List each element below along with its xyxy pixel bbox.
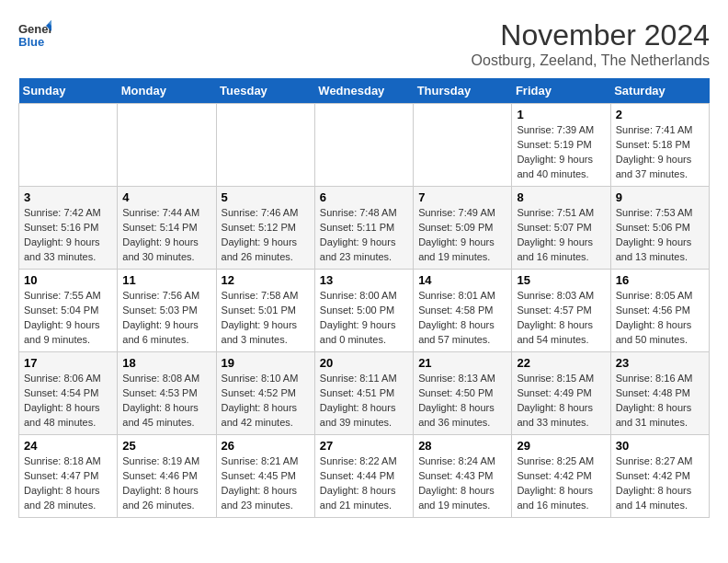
day-number: 13	[320, 273, 408, 287]
calendar-day-cell: 8Sunrise: 7:51 AM Sunset: 5:07 PM Daylig…	[512, 187, 610, 270]
page-title: November 2024	[472, 18, 710, 52]
day-number: 7	[418, 190, 506, 204]
day-number: 25	[122, 439, 210, 453]
day-number: 19	[222, 356, 310, 370]
logo: General Blue	[18, 18, 51, 52]
day-number: 2	[616, 108, 704, 121]
calendar-day-cell: 28Sunrise: 8:24 AM Sunset: 4:43 PM Dayli…	[414, 435, 512, 518]
day-info: Sunrise: 8:01 AM Sunset: 4:58 PM Dayligh…	[418, 289, 506, 348]
day-number: 17	[24, 356, 112, 370]
calendar-day-cell: 27Sunrise: 8:22 AM Sunset: 4:44 PM Dayli…	[314, 435, 413, 518]
day-info: Sunrise: 7:39 AM Sunset: 5:19 PM Dayligh…	[517, 123, 605, 182]
day-info: Sunrise: 8:22 AM Sunset: 4:44 PM Dayligh…	[320, 454, 408, 513]
calendar-day-cell: 18Sunrise: 8:08 AM Sunset: 4:53 PM Dayli…	[118, 352, 216, 435]
calendar-week-row: 17Sunrise: 8:06 AM Sunset: 4:54 PM Dayli…	[19, 352, 710, 435]
day-number: 1	[517, 108, 605, 121]
logo-icon: General Blue	[18, 18, 51, 52]
day-info: Sunrise: 7:51 AM Sunset: 5:07 PM Dayligh…	[517, 206, 605, 265]
day-number: 18	[122, 356, 210, 370]
calendar-day-cell	[118, 104, 216, 187]
day-number: 24	[24, 439, 112, 453]
day-info: Sunrise: 7:49 AM Sunset: 5:09 PM Dayligh…	[418, 206, 506, 265]
calendar-day-cell: 23Sunrise: 8:16 AM Sunset: 4:48 PM Dayli…	[610, 352, 709, 435]
calendar-day-cell: 6Sunrise: 7:48 AM Sunset: 5:11 PM Daylig…	[314, 187, 413, 270]
day-number: 27	[320, 439, 408, 453]
day-info: Sunrise: 8:24 AM Sunset: 4:43 PM Dayligh…	[418, 454, 506, 513]
calendar-day-cell: 30Sunrise: 8:27 AM Sunset: 4:42 PM Dayli…	[610, 435, 709, 518]
calendar-day-cell: 7Sunrise: 7:49 AM Sunset: 5:09 PM Daylig…	[414, 187, 512, 270]
calendar-week-row: 10Sunrise: 7:55 AM Sunset: 5:04 PM Dayli…	[19, 270, 710, 352]
day-number: 26	[222, 439, 310, 453]
day-number: 15	[517, 273, 605, 287]
day-number: 28	[418, 439, 506, 453]
calendar-day-cell: 29Sunrise: 8:25 AM Sunset: 4:42 PM Dayli…	[512, 435, 610, 518]
calendar-weekday-header: Thursday	[414, 78, 512, 104]
calendar-day-cell: 13Sunrise: 8:00 AM Sunset: 5:00 PM Dayli…	[314, 270, 413, 352]
calendar-weekday-header: Tuesday	[216, 78, 314, 104]
day-number: 9	[616, 190, 704, 204]
day-number: 23	[616, 356, 704, 370]
calendar-day-cell	[19, 104, 118, 187]
day-info: Sunrise: 7:56 AM Sunset: 5:03 PM Dayligh…	[122, 289, 210, 348]
svg-text:Blue: Blue	[18, 35, 44, 49]
day-info: Sunrise: 7:44 AM Sunset: 5:14 PM Dayligh…	[122, 206, 210, 265]
day-number: 21	[418, 356, 506, 370]
day-number: 16	[616, 273, 704, 287]
calendar-day-cell: 19Sunrise: 8:10 AM Sunset: 4:52 PM Dayli…	[216, 352, 314, 435]
calendar-weekday-header: Sunday	[19, 78, 118, 104]
calendar-day-cell: 11Sunrise: 7:56 AM Sunset: 5:03 PM Dayli…	[118, 270, 216, 352]
day-info: Sunrise: 8:00 AM Sunset: 5:00 PM Dayligh…	[320, 289, 408, 348]
calendar-day-cell: 9Sunrise: 7:53 AM Sunset: 5:06 PM Daylig…	[610, 187, 709, 270]
day-info: Sunrise: 8:10 AM Sunset: 4:52 PM Dayligh…	[222, 372, 310, 431]
day-info: Sunrise: 8:16 AM Sunset: 4:48 PM Dayligh…	[616, 372, 704, 431]
calendar-day-cell: 24Sunrise: 8:18 AM Sunset: 4:47 PM Dayli…	[19, 435, 118, 518]
day-info: Sunrise: 7:41 AM Sunset: 5:18 PM Dayligh…	[616, 123, 704, 182]
calendar-day-cell: 17Sunrise: 8:06 AM Sunset: 4:54 PM Dayli…	[19, 352, 118, 435]
calendar-day-cell: 22Sunrise: 8:15 AM Sunset: 4:49 PM Dayli…	[512, 352, 610, 435]
day-info: Sunrise: 8:05 AM Sunset: 4:56 PM Dayligh…	[616, 289, 704, 348]
day-info: Sunrise: 8:08 AM Sunset: 4:53 PM Dayligh…	[122, 372, 210, 431]
day-info: Sunrise: 8:13 AM Sunset: 4:50 PM Dayligh…	[418, 372, 506, 431]
calendar-body: 1Sunrise: 7:39 AM Sunset: 5:19 PM Daylig…	[19, 104, 710, 518]
day-number: 29	[517, 439, 605, 453]
calendar-day-cell	[216, 104, 314, 187]
day-number: 4	[122, 190, 210, 204]
calendar-day-cell: 20Sunrise: 8:11 AM Sunset: 4:51 PM Dayli…	[314, 352, 413, 435]
calendar-weekday-header: Wednesday	[314, 78, 413, 104]
calendar-header-row: SundayMondayTuesdayWednesdayThursdayFrid…	[19, 78, 710, 104]
calendar-day-cell: 26Sunrise: 8:21 AM Sunset: 4:45 PM Dayli…	[216, 435, 314, 518]
calendar-weekday-header: Monday	[118, 78, 216, 104]
day-number: 14	[418, 273, 506, 287]
calendar-day-cell: 16Sunrise: 8:05 AM Sunset: 4:56 PM Dayli…	[610, 270, 709, 352]
calendar-table: SundayMondayTuesdayWednesdayThursdayFrid…	[18, 78, 710, 518]
calendar-day-cell: 3Sunrise: 7:42 AM Sunset: 5:16 PM Daylig…	[19, 187, 118, 270]
calendar-day-cell	[414, 104, 512, 187]
calendar-day-cell: 1Sunrise: 7:39 AM Sunset: 5:19 PM Daylig…	[512, 104, 610, 187]
calendar-day-cell: 10Sunrise: 7:55 AM Sunset: 5:04 PM Dayli…	[19, 270, 118, 352]
calendar-week-row: 24Sunrise: 8:18 AM Sunset: 4:47 PM Dayli…	[19, 435, 710, 518]
day-info: Sunrise: 8:03 AM Sunset: 4:57 PM Dayligh…	[517, 289, 605, 348]
day-number: 3	[24, 190, 112, 204]
calendar-week-row: 1Sunrise: 7:39 AM Sunset: 5:19 PM Daylig…	[19, 104, 710, 187]
day-info: Sunrise: 8:18 AM Sunset: 4:47 PM Dayligh…	[24, 454, 112, 513]
day-info: Sunrise: 7:58 AM Sunset: 5:01 PM Dayligh…	[222, 289, 310, 348]
page-header: General Blue November 2024 Oostburg, Zee…	[18, 18, 710, 69]
day-number: 30	[616, 439, 704, 453]
day-number: 12	[222, 273, 310, 287]
day-number: 20	[320, 356, 408, 370]
day-info: Sunrise: 7:42 AM Sunset: 5:16 PM Dayligh…	[24, 206, 112, 265]
day-info: Sunrise: 8:27 AM Sunset: 4:42 PM Dayligh…	[616, 454, 704, 513]
day-info: Sunrise: 7:46 AM Sunset: 5:12 PM Dayligh…	[222, 206, 310, 265]
calendar-day-cell	[314, 104, 413, 187]
calendar-day-cell: 12Sunrise: 7:58 AM Sunset: 5:01 PM Dayli…	[216, 270, 314, 352]
calendar-day-cell: 21Sunrise: 8:13 AM Sunset: 4:50 PM Dayli…	[414, 352, 512, 435]
page-subtitle: Oostburg, Zeeland, The Netherlands	[472, 52, 710, 69]
day-info: Sunrise: 7:55 AM Sunset: 5:04 PM Dayligh…	[24, 289, 112, 348]
day-number: 8	[517, 190, 605, 204]
day-info: Sunrise: 8:21 AM Sunset: 4:45 PM Dayligh…	[222, 454, 310, 513]
calendar-day-cell: 2Sunrise: 7:41 AM Sunset: 5:18 PM Daylig…	[610, 104, 709, 187]
calendar-weekday-header: Saturday	[610, 78, 709, 104]
calendar-week-row: 3Sunrise: 7:42 AM Sunset: 5:16 PM Daylig…	[19, 187, 710, 270]
day-number: 10	[24, 273, 112, 287]
calendar-day-cell: 15Sunrise: 8:03 AM Sunset: 4:57 PM Dayli…	[512, 270, 610, 352]
